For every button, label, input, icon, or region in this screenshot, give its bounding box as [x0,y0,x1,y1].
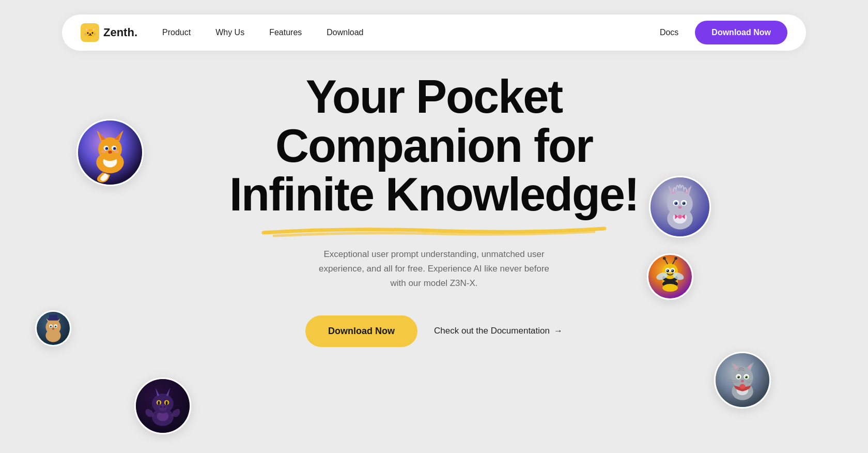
nav-right: Docs Download Now [660,21,787,44]
nav-download-now-button[interactable]: Download Now [695,21,787,44]
svg-point-63 [678,215,682,219]
svg-point-3 [98,137,122,161]
nav-download[interactable]: Download [327,28,363,37]
cat-grey-avatar-svg [716,352,769,409]
svg-point-16 [114,150,119,153]
svg-point-96 [738,376,739,377]
hero-download-now-button[interactable]: Download Now [305,315,417,347]
svg-point-28 [51,326,52,327]
svg-point-81 [672,270,673,271]
svg-point-29 [55,326,56,327]
logo[interactable]: 🐱 Zenth. [81,23,137,42]
yellow-underline-svg [253,223,615,238]
svg-point-58 [675,203,676,204]
hero-docs-link[interactable]: Check out the Documentation → [434,326,563,336]
navbar: 🐱 Zenth. Product Why Us Features Downloa… [62,14,806,51]
nav-features[interactable]: Features [269,28,302,37]
dragon-avatar-svg [136,377,190,434]
hero-section: Your Pocket Companion for Infinite Knowl… [0,72,868,347]
hero-underline [253,223,615,238]
arrow-icon: → [554,326,563,336]
avatar-fox [76,119,144,186]
svg-point-80 [667,270,668,271]
svg-point-78 [667,269,670,273]
avatar-bee [647,253,693,300]
logo-icon: 🐱 [81,23,99,42]
svg-rect-21 [49,314,57,320]
cat-hat-avatar-svg [37,310,70,346]
svg-point-40 [166,401,168,405]
hero-subtitle: Exceptional user prompt understanding, u… [315,247,553,291]
svg-point-68 [662,284,678,292]
svg-point-60 [678,206,682,209]
svg-point-42 [160,406,162,407]
svg-point-71 [663,257,666,260]
nav-why-us[interactable]: Why Us [215,28,244,37]
nav-links: Product Why Us Features Download [162,28,660,37]
svg-point-39 [158,401,160,405]
hero-title: Your Pocket Companion for Infinite Knowl… [229,72,639,219]
svg-point-41 [158,404,167,411]
avatar-dragon [134,377,191,434]
svg-point-73 [674,257,677,260]
svg-point-59 [683,203,684,204]
svg-point-97 [746,376,747,377]
avatar-cat-hat [35,310,71,346]
svg-point-79 [671,269,674,273]
nav-product[interactable]: Product [162,28,191,37]
svg-point-30 [52,328,55,330]
svg-point-103 [739,384,745,389]
hero-actions: Download Now Check out the Documentation… [305,315,563,347]
logo-text: Zenth. [103,26,137,39]
nav-docs-link[interactable]: Docs [660,28,678,37]
avatar-cat-blue [649,176,711,238]
svg-point-47 [667,191,692,217]
svg-point-43 [164,406,166,407]
svg-point-14 [108,150,112,154]
svg-point-15 [101,150,106,153]
avatar-cat-grey [714,352,771,409]
bee-avatar-svg [648,253,692,300]
cat-blue-avatar-svg [650,176,709,238]
svg-point-13 [114,147,116,149]
svg-point-98 [741,380,744,383]
fox-avatar-svg [78,119,142,186]
svg-point-12 [106,147,108,149]
